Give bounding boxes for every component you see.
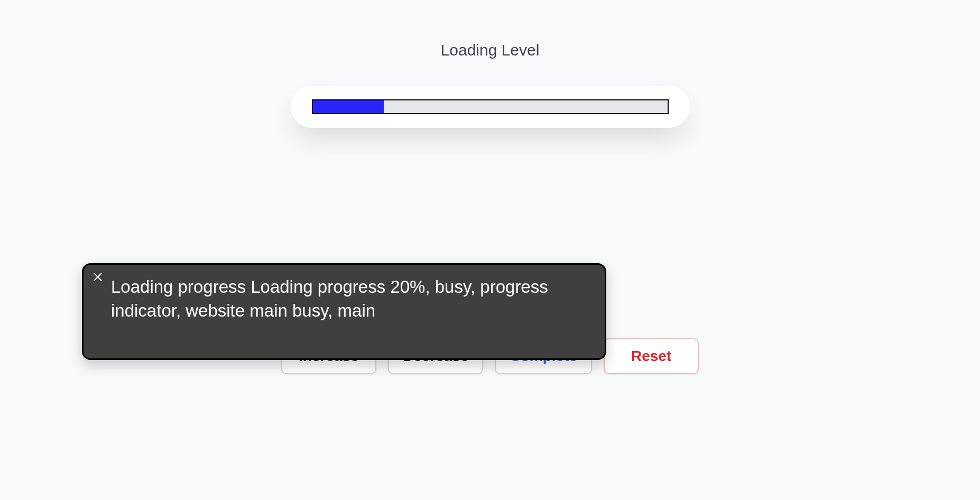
progress-fill bbox=[313, 100, 384, 113]
progress-container bbox=[291, 86, 690, 128]
accessibility-tooltip: Loading progress Loading progress 20%, b… bbox=[82, 263, 606, 360]
page-title: Loading Level bbox=[0, 41, 980, 59]
progress-bar bbox=[312, 99, 669, 114]
reset-button[interactable]: Reset bbox=[604, 338, 699, 374]
close-icon[interactable] bbox=[93, 272, 103, 284]
tooltip-text: Loading progress Loading progress 20%, b… bbox=[111, 275, 590, 322]
